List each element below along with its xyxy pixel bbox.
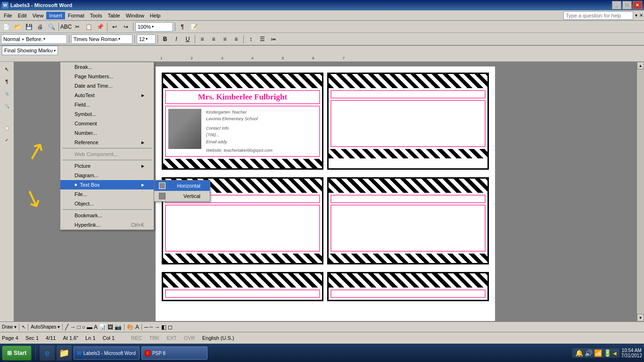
markup-button[interactable]: 📝 <box>189 22 199 32</box>
bullets-button[interactable]: ☰ <box>257 34 267 44</box>
tray-icon-1[interactable]: 🔔 <box>575 349 583 357</box>
menu-hyperlink[interactable]: Hyperlink... Ctrl+K <box>60 220 154 230</box>
autoshapes-label[interactable]: AutoShapes ▾ <box>31 324 60 329</box>
line-spacing-button[interactable]: ↕ <box>246 34 256 44</box>
diagram-tool[interactable]: 📊 <box>99 324 106 330</box>
network-icon[interactable]: 📶 <box>594 349 602 357</box>
textbox-tool[interactable]: ▬ <box>87 324 92 330</box>
dash-style-tool[interactable]: ╌ <box>149 324 153 330</box>
sidebar-track4[interactable]: ✓ <box>1 134 13 146</box>
sidebar-format-marks[interactable]: ¶ <box>1 76 13 87</box>
word-taskbar-item[interactable]: W Labels3 - Microsoft Word <box>74 346 140 360</box>
menu-help[interactable]: Help <box>147 12 164 19</box>
size-dropdown[interactable]: 12 ▾ <box>137 34 156 44</box>
menu-textbox[interactable]: ■ Text Box ▶ Horizontal Vertical <box>60 180 154 189</box>
menu-object[interactable]: Object... <box>60 199 154 208</box>
print-button[interactable]: 🖨 <box>35 22 45 32</box>
menu-diagram[interactable]: Diagram... <box>60 171 154 180</box>
ie-taskbar-button[interactable]: e <box>40 346 55 361</box>
vertical-scrollbar[interactable]: ▲ ▼ <box>636 62 644 321</box>
font-dropdown[interactable]: Times New Roman ▾ <box>71 34 132 44</box>
sidebar-track1[interactable]: 📎 <box>1 88 13 99</box>
font-color-tool[interactable]: A <box>135 324 139 330</box>
menu-symbol[interactable]: Symbol... <box>60 109 154 119</box>
rect-tool[interactable]: □ <box>77 324 80 330</box>
preview-button[interactable]: 🔍 <box>46 22 57 32</box>
justify-button[interactable]: ≡ <box>231 34 241 44</box>
copy-button[interactable]: 📋 <box>83 22 94 32</box>
menu-file[interactable]: File <box>1 12 15 19</box>
fill-color-tool[interactable]: 🎨 <box>127 324 134 330</box>
folder-taskbar-button[interactable]: 📁 <box>57 346 72 361</box>
draw-label[interactable]: Draw ▾ <box>2 324 17 329</box>
shadow-tool[interactable]: ◧ <box>161 324 166 330</box>
menu-reference[interactable]: Reference▶ <box>60 138 154 147</box>
open-button[interactable]: 📂 <box>12 22 23 32</box>
menu-view[interactable]: View <box>30 12 47 19</box>
underline-button[interactable]: U <box>182 34 193 44</box>
menu-page-numbers[interactable]: Page Numbers... <box>60 72 154 81</box>
spell-button[interactable]: ABC <box>61 22 71 32</box>
menu-format[interactable]: Format <box>65 12 87 19</box>
sidebar-select[interactable]: ↖ <box>1 64 13 75</box>
menu-edit[interactable]: Edit <box>15 12 30 19</box>
3d-tool[interactable]: ◻ <box>168 324 173 330</box>
submenu-horizontal[interactable]: Horizontal <box>154 181 210 191</box>
scroll-down-button[interactable]: ▼ <box>637 314 644 321</box>
align-left-button[interactable]: ≡ <box>197 34 207 44</box>
paste-button[interactable]: 📌 <box>95 22 105 32</box>
line-style-tool[interactable]: ─ <box>144 324 149 330</box>
help-search-input[interactable] <box>563 11 633 20</box>
align-right-button[interactable]: ≡ <box>220 34 230 44</box>
line-tool[interactable]: ╱ <box>65 324 68 330</box>
menu-comment[interactable]: Comment <box>60 119 154 128</box>
align-center-button[interactable]: ≡ <box>208 34 219 44</box>
image-tool[interactable]: 📷 <box>115 324 122 330</box>
sidebar-track3[interactable]: 📋 <box>1 122 13 133</box>
menu-window[interactable]: Window <box>123 12 147 19</box>
select-cursor[interactable]: ↖ <box>22 324 25 329</box>
numbering-button[interactable]: ≔ <box>268 34 279 44</box>
tracking-dropdown[interactable]: Final Showing Marku ▾ <box>2 46 58 55</box>
menu-bookmark[interactable]: Bookmark... <box>60 211 154 220</box>
oval-tool[interactable]: ○ <box>82 324 85 330</box>
menu-autotext[interactable]: AutoText▶ <box>60 90 154 100</box>
menu-picture[interactable]: Picture▶ <box>60 161 154 171</box>
italic-button[interactable]: I <box>171 34 182 44</box>
show-hide-button[interactable]: ¶ <box>177 22 188 32</box>
start-button[interactable]: ⊞ Start <box>2 346 32 361</box>
menu-table[interactable]: Table <box>105 12 123 19</box>
style-dropdown[interactable]: Normal + Before: ▾ <box>1 34 67 44</box>
maximize-button[interactable]: □ <box>622 1 632 9</box>
wordart-tool[interactable]: A <box>94 324 98 330</box>
scroll-up-button[interactable]: ▲ <box>637 62 644 69</box>
menu-number[interactable]: Number... <box>60 128 154 138</box>
arrow-tool[interactable]: → <box>70 324 75 330</box>
menu-date-time[interactable]: Date and Time... <box>60 81 154 90</box>
menu-insert[interactable]: Insert <box>46 12 65 19</box>
undo-button[interactable]: ↩ <box>109 22 120 32</box>
menu-file[interactable]: File... <box>60 189 154 199</box>
hide-tray-button[interactable]: ◀ <box>613 351 617 356</box>
close-button[interactable]: ✕ <box>633 1 642 9</box>
battery-icon[interactable]: 🔋 <box>603 349 611 357</box>
bold-button[interactable]: B <box>160 34 170 44</box>
submenu-vertical[interactable]: Vertical <box>154 191 210 201</box>
zoom-dropdown[interactable]: 100% ▾ <box>135 22 173 32</box>
psp-taskbar-item[interactable]: 8 PSP 8 <box>141 346 207 360</box>
sidebar-track2[interactable]: 🔍 <box>1 100 13 112</box>
minimize-button[interactable]: _ <box>612 1 621 9</box>
menu-break[interactable]: Break... <box>60 62 154 72</box>
scroll-track-v[interactable] <box>637 69 644 314</box>
help-arrow[interactable]: ▾ <box>635 13 637 18</box>
clipart-tool[interactable]: 🖼 <box>107 324 113 330</box>
menu-tools[interactable]: Tools <box>87 12 105 19</box>
cut-button[interactable]: ✂ <box>72 22 83 32</box>
arrow-style-tool[interactable]: → <box>154 324 160 330</box>
redo-button[interactable]: ↪ <box>121 22 131 32</box>
save-button[interactable]: 💾 <box>24 22 34 32</box>
menu-field[interactable]: Field... <box>60 100 154 109</box>
close-help[interactable]: ✕ <box>639 13 643 18</box>
new-button[interactable]: 📄 <box>1 22 11 32</box>
tray-icon-2[interactable]: 🔊 <box>585 349 593 357</box>
